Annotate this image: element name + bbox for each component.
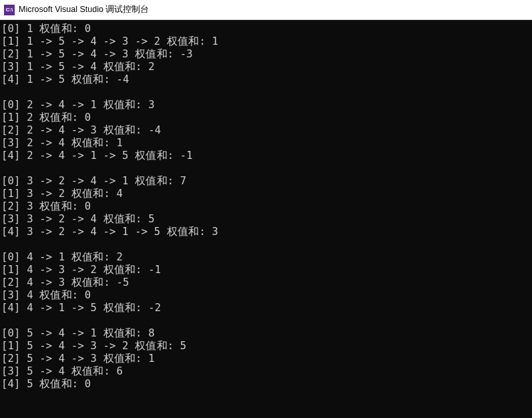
console-line: [2] 2 -> 4 -> 3 权值和: -4 xyxy=(1,124,531,137)
window-titlebar[interactable]: C:\ Microsoft Visual Studio 调试控制台 xyxy=(0,0,532,20)
console-line: [3] 3 -> 2 -> 4 权值和: 5 xyxy=(1,213,531,226)
console-line: [0] 5 -> 4 -> 1 权值和: 8 xyxy=(1,327,531,340)
blank-line xyxy=(1,238,531,251)
blank-line xyxy=(1,86,531,99)
console-line: [3] 5 -> 4 权值和: 6 xyxy=(1,365,531,378)
console-line: [2] 5 -> 4 -> 3 权值和: 1 xyxy=(1,353,531,365)
window-title: Microsoft Visual Studio 调试控制台 xyxy=(19,4,149,15)
console-line: [0] 4 -> 1 权值和: 2 xyxy=(1,251,531,264)
console-line: [1] 2 权值和: 0 xyxy=(1,112,531,124)
console-line: [4] 5 权值和: 0 xyxy=(1,378,531,391)
console-line: [0] 3 -> 2 -> 4 -> 1 权值和: 7 xyxy=(1,175,531,188)
console-line: [1] 4 -> 3 -> 2 权值和: -1 xyxy=(1,264,531,276)
console-line: [1] 1 -> 5 -> 4 -> 3 -> 2 权值和: 1 xyxy=(1,35,531,48)
console-line: [0] 1 权值和: 0 xyxy=(1,23,531,35)
console-line: [2] 4 -> 3 权值和: -5 xyxy=(1,276,531,289)
console-line: [4] 4 -> 1 -> 5 权值和: -2 xyxy=(1,302,531,315)
console-line: [3] 2 -> 4 权值和: 1 xyxy=(1,137,531,150)
console-line: [3] 4 权值和: 0 xyxy=(1,289,531,302)
blank-line xyxy=(1,162,531,175)
console-line: [4] 1 -> 5 权值和: -4 xyxy=(1,73,531,86)
vs-console-icon: C:\ xyxy=(4,5,15,15)
console-line: [2] 1 -> 5 -> 4 -> 3 权值和: -3 xyxy=(1,48,531,61)
console-output: [0] 1 权值和: 0[1] 1 -> 5 -> 4 -> 3 -> 2 权值… xyxy=(0,20,532,393)
console-line: [0] 2 -> 4 -> 1 权值和: 3 xyxy=(1,99,531,112)
blank-line xyxy=(1,315,531,327)
console-line: [1] 5 -> 4 -> 3 -> 2 权值和: 5 xyxy=(1,340,531,353)
console-line: [4] 3 -> 2 -> 4 -> 1 -> 5 权值和: 3 xyxy=(1,226,531,238)
console-line: [2] 3 权值和: 0 xyxy=(1,200,531,213)
console-line: [3] 1 -> 5 -> 4 权值和: 2 xyxy=(1,61,531,73)
console-line: [1] 3 -> 2 权值和: 4 xyxy=(1,188,531,200)
console-line: [4] 2 -> 4 -> 1 -> 5 权值和: -1 xyxy=(1,150,531,162)
